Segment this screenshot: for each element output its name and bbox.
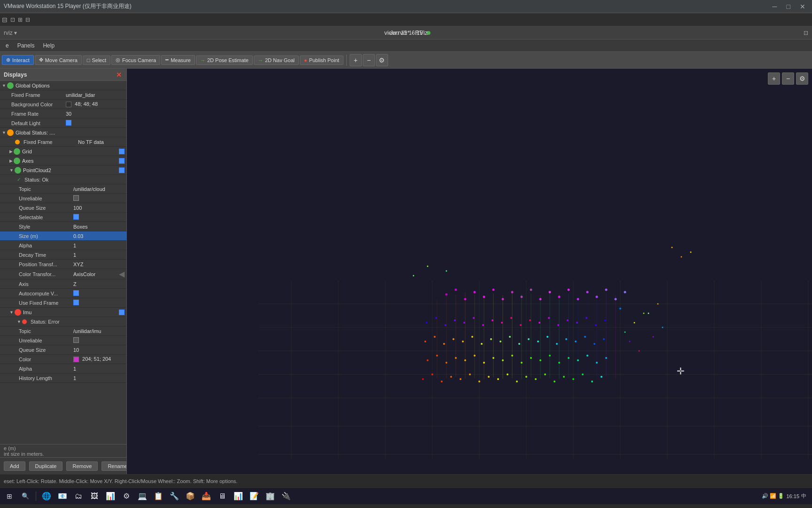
imu-checkbox[interactable] <box>119 310 125 315</box>
zoom-out-button[interactable]: − <box>363 54 375 66</box>
axes-checkbox[interactable] <box>119 158 125 164</box>
bg-color-row[interactable]: Background Color 48; 48; 48 <box>0 100 126 109</box>
axes-expand[interactable]: ▶ <box>9 159 13 163</box>
imu-topic-value[interactable]: /unilidar/imu <box>73 328 125 334</box>
taskbar-app-6[interactable]: ⚙ <box>119 490 134 503</box>
pc2-axis-row[interactable]: Axis Z <box>0 279 126 289</box>
remove-button[interactable]: Remove <box>66 461 98 471</box>
fixed-frame-status-row[interactable]: Fixed Frame No TF data <box>0 137 126 147</box>
vmware-tool1[interactable]: ⊡ <box>10 16 15 23</box>
pc2-style-row[interactable]: Style Boxes <box>0 222 126 231</box>
pointcloud2-row[interactable]: ▼ PointCloud2 <box>0 166 126 175</box>
axes-row[interactable]: ▶ Axes <box>0 156 126 166</box>
taskbar-app-5[interactable]: 📊 <box>103 490 118 503</box>
fixed-frame-value[interactable]: unilidar_lidar <box>66 92 125 98</box>
pc2-decay-value[interactable]: 1 <box>73 252 125 258</box>
measure-button[interactable]: ━ Measure <box>161 55 195 65</box>
move-camera-button[interactable]: ✥ Move Camera <box>35 55 82 65</box>
taskbar-app-3[interactable]: 🗂 <box>71 490 86 503</box>
pc2-selectable-row[interactable]: Selectable <box>0 213 126 222</box>
add-button[interactable]: Add <box>4 461 25 471</box>
default-light-checkbox[interactable] <box>66 120 71 126</box>
global-status-row[interactable]: ▼ Global Status: .... <box>0 128 126 137</box>
imu-topic-row[interactable]: Topic /unilidar/imu <box>0 326 126 336</box>
status-expand[interactable]: ▼ <box>2 130 6 135</box>
imu-status-row[interactable]: ▼ Status: Error <box>0 317 126 326</box>
grid-expand[interactable]: ▶ <box>9 149 13 154</box>
taskbar-app-10[interactable]: 📦 <box>183 490 198 503</box>
imu-queue-value[interactable]: 10 <box>73 347 125 353</box>
focus-camera-button[interactable]: ◎ Focus Camera <box>111 55 160 65</box>
global-options-row[interactable]: ▼ Global Options <box>0 81 126 90</box>
publish-point-button[interactable]: ● Publish Point <box>300 56 344 65</box>
rviz-logo-area[interactable]: rviz ▾ <box>4 30 17 36</box>
taskbar-app-11[interactable]: 📥 <box>199 490 214 503</box>
pc2-autocompute-row[interactable]: Autocompute V... <box>0 289 126 298</box>
duplicate-button[interactable]: Duplicate <box>29 461 63 471</box>
displays-close-icon[interactable]: ✕ <box>115 71 123 79</box>
rviz-right-controls[interactable]: ⊡ <box>804 30 808 36</box>
frame-rate-row[interactable]: Frame Rate 30 <box>0 109 126 119</box>
pc2-unreliable-checkbox[interactable] <box>73 195 79 201</box>
window-controls[interactable]: ─ □ ✕ <box>770 3 808 10</box>
vmware-tool2[interactable]: ⊞ <box>18 16 23 23</box>
imu-alpha-value[interactable]: 1 <box>73 366 125 372</box>
rename-button[interactable]: Rename <box>102 461 127 471</box>
vp-zoom-in[interactable]: + <box>768 72 780 85</box>
pc2-colortransf-row[interactable]: Color Transfor... AxisColor ◀ <box>0 269 126 279</box>
pc2-postransf-row[interactable]: Position Transf... XYZ <box>0 260 126 269</box>
imu-color-swatch[interactable] <box>73 357 79 362</box>
imu-row[interactable]: ▼ Imu <box>0 308 126 317</box>
pc2-queue-row[interactable]: Queue Size 100 <box>0 203 126 213</box>
pc2-topic-row[interactable]: Topic /unilidar/cloud <box>0 184 126 194</box>
pc2-size-value[interactable]: 0.03 <box>73 233 125 239</box>
imu-unreliable-row[interactable]: Unreliable <box>0 336 126 345</box>
select-button[interactable]: □ Select <box>83 56 110 65</box>
imu-history-row[interactable]: History Length 1 <box>0 373 126 383</box>
vmware-menu-icon[interactable]: ⊟ <box>2 16 8 24</box>
search-btn[interactable]: 🔍 <box>18 490 33 503</box>
pc2-size-row[interactable]: Size (m) 0.03 <box>0 231 126 241</box>
splitter-handle[interactable]: ◀ <box>119 270 125 278</box>
taskbar-app-13[interactable]: 📊 <box>231 490 246 503</box>
imu-expand[interactable]: ▼ <box>9 310 14 315</box>
grid-row[interactable]: ▶ Grid <box>0 147 126 156</box>
close-btn[interactable]: ✕ <box>797 3 808 10</box>
interact-button[interactable]: ⊕ Interact <box>2 55 34 65</box>
restore-btn[interactable]: □ <box>784 3 793 10</box>
pc2-autocompute-checkbox[interactable] <box>73 290 79 296</box>
pc2-decay-row[interactable]: Decay Time 1 <box>0 250 126 260</box>
vmware-controls[interactable]: ⊟ ⊡ ⊞ ⊟ <box>2 16 30 24</box>
taskbar-app-9[interactable]: 🔧 <box>167 490 182 503</box>
nav-goal-button[interactable]: → 2D Nav Goal <box>254 56 299 65</box>
rviz-logo[interactable]: rviz ▾ <box>4 30 17 36</box>
pointcloud2-checkbox[interactable] <box>119 167 125 173</box>
vmware-tool3[interactable]: ⊟ <box>25 16 30 23</box>
taskbar-app-15[interactable]: 🏢 <box>263 490 278 503</box>
rviz-expand-icon[interactable]: ⊡ <box>804 30 808 36</box>
pc2-queue-value[interactable]: 100 <box>73 205 125 211</box>
bg-color-swatch[interactable] <box>66 102 71 107</box>
3d-viewport[interactable]: ✛ + − ⚙ <box>127 69 812 474</box>
start-button[interactable]: ⊞ <box>2 490 17 503</box>
taskbar-app-4[interactable]: 🖼 <box>87 490 102 503</box>
frame-rate-value[interactable]: 30 <box>66 111 125 117</box>
imu-queue-row[interactable]: Queue Size 10 <box>0 345 126 355</box>
pc2-usefixed-row[interactable]: Use Fixed Frame <box>0 298 126 308</box>
minimize-btn[interactable]: ─ <box>770 3 780 10</box>
taskbar-app-7[interactable]: 💻 <box>135 490 150 503</box>
vp-zoom-out[interactable]: − <box>782 72 794 85</box>
zoom-in-button[interactable]: + <box>350 54 362 66</box>
imu-unreliable-checkbox[interactable] <box>73 337 79 343</box>
taskbar-app-16[interactable]: 🔌 <box>279 490 294 503</box>
imu-alpha-row[interactable]: Alpha 1 <box>0 364 126 373</box>
taskbar-app-12[interactable]: 🖥 <box>215 490 230 503</box>
pc2-axis-value[interactable]: Z <box>73 281 125 287</box>
status-error-expand[interactable]: ▼ <box>17 319 21 324</box>
pointcloud2-expand[interactable]: ▼ <box>9 168 14 173</box>
menu-help[interactable]: Help <box>39 41 58 50</box>
grid-checkbox[interactable] <box>119 149 125 154</box>
taskbar-app-8[interactable]: 📋 <box>151 490 166 503</box>
pc2-status-row[interactable]: ✓ Status: Ok <box>0 175 126 184</box>
taskbar-app-1[interactable]: 🌐 <box>39 490 54 503</box>
